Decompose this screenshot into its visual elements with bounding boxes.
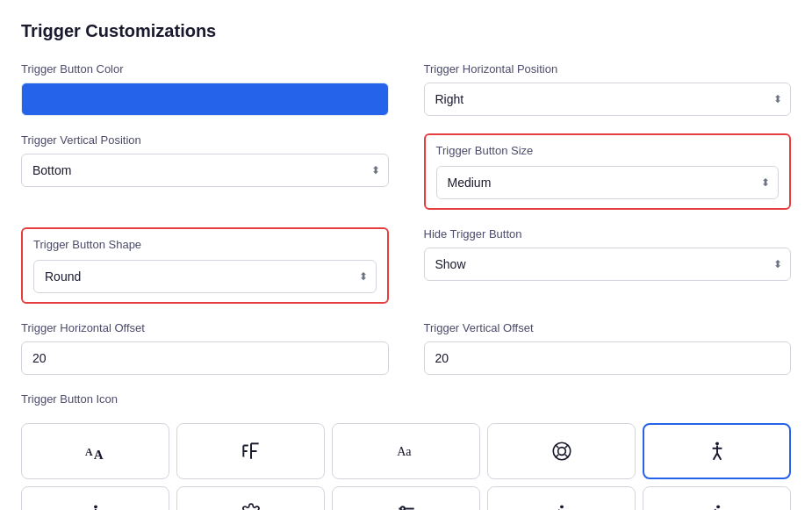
trigger-horizontal-offset-group: Trigger Horizontal Offset — [21, 321, 389, 375]
svg-point-15 — [715, 442, 719, 445]
icon-grid: A A Aa — [21, 423, 791, 510]
accessible-dynamic-icon-btn[interactable] — [643, 486, 791, 510]
svg-point-10 — [557, 448, 565, 456]
hide-trigger-button-wrapper: Show Hide ⬍ — [424, 248, 792, 281]
trigger-button-shape-select[interactable]: Round Square — [33, 260, 377, 293]
trigger-button-size-wrapper: Small Medium Large ⬍ — [436, 166, 780, 199]
trigger-button-shape-label: Trigger Button Shape — [33, 238, 377, 251]
color-swatch[interactable] — [21, 83, 389, 116]
svg-point-29 — [400, 506, 404, 510]
svg-line-18 — [713, 453, 716, 460]
lifering-icon-btn[interactable] — [487, 423, 636, 479]
trigger-horizontal-position-group: Trigger Horizontal Position Left Right ⬍ — [424, 62, 792, 116]
trigger-vertical-position-label: Trigger Vertical Position — [21, 133, 389, 147]
svg-line-19 — [717, 453, 721, 460]
accessibility-stick-icon-btn[interactable] — [643, 423, 791, 479]
trigger-vertical-offset-input[interactable] — [424, 341, 792, 375]
trigger-horizontal-position-select[interactable]: Left Right — [424, 83, 792, 116]
svg-text:A: A — [93, 447, 103, 462]
trigger-horizontal-position-wrapper: Left Right ⬍ — [424, 83, 792, 116]
trigger-button-icon-label: Trigger Button Icon — [21, 392, 791, 406]
trigger-vertical-position-wrapper: Top Bottom ⬍ — [21, 154, 389, 187]
trigger-vertical-position-group: Trigger Vertical Position Top Bottom ⬍ — [21, 133, 389, 210]
gear-icon-btn[interactable] — [176, 486, 325, 510]
svg-point-32 — [560, 505, 564, 508]
trigger-button-icon-group: Trigger Button Icon A A — [21, 392, 791, 510]
svg-line-14 — [564, 455, 567, 457]
hide-trigger-button-group: Hide Trigger Button Show Hide ⬍ — [424, 227, 792, 304]
trigger-button-color-label: Trigger Button Color — [21, 62, 389, 75]
svg-point-34 — [716, 505, 720, 508]
trigger-button-shape-group: Trigger Button Shape Round Square ⬍ — [21, 227, 389, 304]
aa-text-icon-btn[interactable]: Aa — [332, 423, 480, 479]
trigger-vertical-offset-group: Trigger Vertical Offset — [424, 321, 792, 375]
trigger-vertical-offset-label: Trigger Vertical Offset — [424, 321, 792, 334]
svg-line-11 — [555, 445, 557, 448]
svg-point-20 — [94, 505, 97, 508]
trigger-vertical-position-select[interactable]: Top Bottom — [21, 154, 389, 187]
hide-trigger-button-select[interactable]: Show Hide — [424, 248, 792, 281]
trigger-button-color-group: Trigger Button Color — [21, 62, 389, 116]
font-size-icon-btn[interactable]: A A — [21, 423, 169, 479]
trigger-horizontal-offset-label: Trigger Horizontal Offset — [21, 321, 389, 334]
svg-line-12 — [564, 445, 567, 448]
trigger-button-size-label: Trigger Button Size — [436, 144, 780, 157]
person-walking-icon-btn[interactable] — [21, 486, 169, 510]
wheelchair-icon-btn[interactable] — [487, 486, 636, 510]
svg-line-13 — [555, 455, 557, 457]
svg-text:Aa: Aa — [397, 444, 412, 458]
hide-trigger-button-label: Hide Trigger Button — [424, 227, 792, 241]
trigger-button-size-group: Trigger Button Size Small Medium Large ⬍ — [424, 133, 792, 210]
trigger-button-size-select[interactable]: Small Medium Large — [436, 166, 780, 199]
svg-text:A: A — [85, 446, 93, 458]
trigger-button-shape-wrapper: Round Square ⬍ — [33, 260, 377, 293]
trigger-horizontal-position-label: Trigger Horizontal Position — [424, 62, 792, 75]
trigger-horizontal-offset-input[interactable] — [21, 341, 389, 375]
sliders-icon-btn[interactable] — [332, 486, 480, 510]
page-title: Trigger Customizations — [21, 21, 791, 41]
text-height-icon-btn[interactable] — [176, 423, 325, 479]
